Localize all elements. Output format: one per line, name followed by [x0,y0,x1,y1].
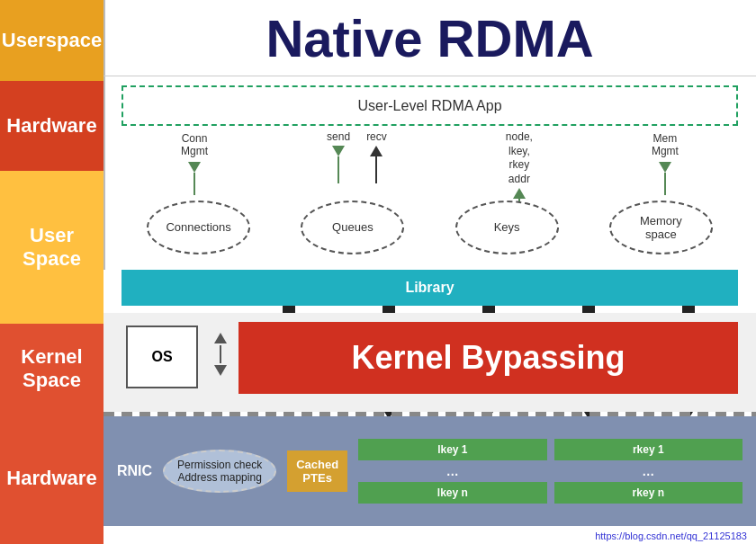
keys-label: Keys [494,220,520,234]
title-area: Native RDMA [104,0,756,76]
rnic-label: RNIC [117,463,152,479]
kernel-bypassing-label: Kernel Bypassing [351,339,625,377]
cached-ptes-label: CachedPTEs [296,458,338,485]
send-vline [338,156,339,183]
rkeyn-box: rkey n [554,482,742,504]
hardware-area: RNIC Permission checkAddress mapping Cac… [104,416,756,526]
mem-mgmt-arrow-group: MemMgmt [652,132,679,195]
conn-mgmt-vline [194,173,195,195]
lkey-dots: … [358,464,546,478]
os-label: OS [151,349,172,365]
recv-vline [375,156,377,183]
rkey1-box: rkey 1 [554,439,742,460]
queues-oval: Queues [301,201,404,254]
kernel-bypassing-box: Kernel Bypassing [238,322,738,394]
os-box: OS [126,326,198,388]
lkey1-box: lkey 1 [358,439,546,460]
recv-arrow [370,146,382,156]
ovals-row: Connections Queues Keys Memoryspace [122,193,738,261]
os-arrow-up [214,333,227,343]
userspace-label: Userspace [2,29,102,52]
connections-oval: Connections [147,201,250,254]
conn-mgmt-arrow-down [188,162,201,173]
sidebar-userspace-area: User Space [0,171,104,324]
sidebar-userspace: Userspace [0,0,104,81]
rdma-app-box: User-Level RDMA App [122,85,738,126]
hardware-top-label: Hardware [6,114,96,138]
conn-mgmt-label: ConnMgmt [181,132,208,158]
library-label: Library [405,280,454,296]
lkeyn-box: lkey n [358,482,546,504]
os-arrow-shaft [220,345,221,363]
conn-mgmt-arrow-group: ConnMgmt [181,132,208,195]
os-arrows [202,333,238,376]
memory-space-label: Memoryspace [640,214,682,241]
hardware-bot-label: Hardware [6,467,96,490]
main-content: Native RDMA User-Level RDMA App ConnMgmt… [104,0,756,544]
os-arrow-down [214,365,227,376]
rdma-app-label: User-Level RDMA App [357,98,501,114]
mem-mgmt-label: MemMgmt [652,132,679,158]
cached-ptes-box: CachedPTEs [287,450,347,492]
library-bar: Library [122,270,738,306]
user-space-label: User Space [0,224,104,272]
queues-label: Queues [332,220,374,234]
keys-grid: lkey 1 … lkey n rkey 1 … rkey n [358,439,742,504]
connections-label: Connections [166,220,230,234]
mem-mgmt-vline [664,173,666,195]
send-label: send [327,130,350,143]
lkey-column: lkey 1 … lkey n [358,439,546,504]
watermark: https://blog.csdn.net/qq_21125183 [595,531,747,541]
page-title: Native RDMA [266,8,593,68]
arrows-row: ConnMgmt send recv [122,130,738,189]
send-arrow [332,146,345,156]
kernel-space-label: Kernel Space [0,345,104,393]
memory-space-oval: Memoryspace [609,201,713,254]
permission-label: Permission checkAddress mapping [177,459,262,484]
rkey-dots: … [554,464,742,478]
sidebar: Userspace Hardware User Space Kernel Spa… [0,0,104,544]
sidebar-hardware-top: Hardware [0,81,104,171]
recv-label: recv [366,130,387,143]
rkey-column: rkey 1 … rkey n [554,439,742,504]
send-recv-arrow-group: send recv [327,130,387,183]
sidebar-hardware-bot: Hardware [0,414,104,544]
mem-mgmt-arrow-down [659,162,671,173]
permission-oval: Permission checkAddress mapping [163,450,276,493]
sidebar-kernelspace: Kernel Space [0,324,104,414]
node-lkey-label: node,lkey,rkeyaddr [506,130,533,186]
keys-oval: Keys [455,201,559,254]
